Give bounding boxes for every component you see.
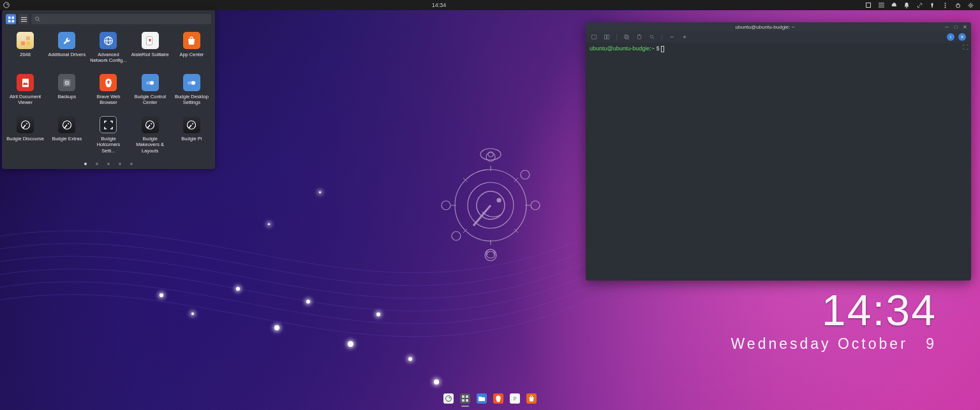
svg-line-84 [653, 38, 654, 39]
grid-view-button[interactable] [6, 14, 16, 24]
app-label: AisleRiot Solitaire [131, 52, 169, 57]
svg-line-8 [463, 229, 467, 233]
pager-dot-5[interactable] [130, 163, 133, 165]
clock-time: 14:34 [731, 288, 937, 332]
power-icon[interactable] [954, 2, 961, 8]
pager-dot-2[interactable] [96, 163, 98, 165]
app-budgie-pi[interactable]: Budgie Pi [171, 115, 212, 157]
app-budgie-makeovers-layouts[interactable]: Budgie Makeovers & Layouts [130, 115, 171, 157]
app-2048[interactable]: 2048 [4, 31, 46, 73]
app-budgie-desktop-settings[interactable]: Budgie Desktop Settings [171, 73, 212, 115]
pager-dot-4[interactable] [119, 163, 121, 165]
app-search[interactable] [31, 14, 211, 24]
2048-icon [17, 32, 34, 49]
svg-point-67 [191, 81, 195, 85]
cloud-icon[interactable] [891, 2, 897, 8]
app-menu: 2048Additional DriversAdvanced Network C… [2, 10, 215, 169]
close-icon[interactable] [958, 33, 966, 41]
list-view-button[interactable] [19, 14, 29, 24]
terminal-window: ubuntu@ubuntu-budgie: ~ ─ □ ✕ ⛶ ubuntu@u… [586, 22, 971, 281]
terminal-titlebar[interactable]: ubuntu@ubuntu-budgie: ~ ─ □ ✕ [586, 22, 971, 31]
app-label: Atril Document Viewer [6, 94, 45, 106]
search-icon[interactable] [649, 34, 655, 40]
svg-point-27 [906, 7, 907, 8]
close-button[interactable]: ✕ [962, 24, 967, 29]
app-budgie-control-center[interactable]: Budgie Control Center [130, 73, 171, 115]
svg-point-73 [151, 123, 152, 124]
dock-file-manager[interactable] [476, 393, 487, 404]
budgie-emblem [436, 142, 545, 263]
minimize-button[interactable]: ─ [944, 24, 949, 29]
svg-rect-52 [26, 36, 30, 40]
app-advanced-network-config[interactable]: Advanced Network Config... [87, 31, 129, 73]
svg-point-20 [497, 198, 501, 202]
bell-icon[interactable] [903, 2, 910, 8]
zoom-out-icon[interactable] [669, 34, 675, 40]
files-icon [460, 393, 470, 404]
app-label: Budgie Discourse [6, 136, 44, 142]
svg-line-40 [969, 6, 969, 7]
app-brave-web-browser[interactable]: Brave Web Browser [87, 73, 129, 115]
clock-day: 9 [926, 335, 937, 353]
budgie-menu-icon[interactable] [3, 2, 10, 8]
wrench-icon [58, 32, 75, 49]
copy-icon[interactable] [623, 34, 630, 40]
app-aisleriot-solitaire[interactable]: AisleRiot Solitaire [130, 31, 171, 73]
dock-files[interactable] [459, 393, 471, 404]
app-budgie-hotcorners-setti[interactable]: Budgie Hotcorners Setti... [87, 115, 129, 157]
file-manager-icon [477, 393, 487, 404]
svg-rect-51 [21, 36, 25, 40]
svg-point-65 [150, 81, 154, 85]
pager-dot-3[interactable] [107, 163, 110, 165]
dots-icon[interactable] [942, 2, 948, 8]
dock-brave[interactable] [493, 393, 504, 404]
svg-rect-60 [22, 78, 29, 87]
budgie-icon [17, 116, 34, 133]
brave-icon [100, 74, 117, 91]
app-atril-document-viewer[interactable]: Atril Document Viewer [4, 73, 46, 115]
dock-text-editor[interactable] [509, 393, 521, 404]
zoom-in-icon[interactable] [681, 34, 688, 40]
dock-menu[interactable] [443, 393, 454, 404]
app-search-input[interactable] [43, 17, 207, 22]
app-additional-drivers[interactable]: Additional Drivers [46, 31, 87, 73]
app-budgie-discourse[interactable]: Budgie Discourse [4, 115, 46, 157]
svg-point-83 [650, 35, 653, 38]
panel-clock[interactable]: 14:34 [13, 2, 865, 8]
terminal-toolbar [586, 31, 971, 43]
text-editor-icon [510, 393, 520, 404]
svg-rect-96 [466, 399, 468, 402]
prompt-user: ubuntu [590, 45, 607, 52]
app-label: Backups [57, 94, 76, 99]
app-label: 2048 [20, 52, 31, 57]
svg-point-29 [944, 4, 946, 6]
pager-dot-1[interactable] [84, 163, 87, 165]
svg-point-15 [452, 231, 461, 240]
split-icon[interactable] [604, 34, 610, 40]
app-budgie-extras[interactable]: Budgie Extras [46, 115, 87, 157]
square-icon[interactable] [865, 2, 872, 8]
svg-point-71 [68, 123, 69, 124]
maximize-button[interactable]: □ [953, 24, 958, 29]
app-label: Budgie Hotcorners Setti... [89, 136, 128, 154]
terminal-body[interactable]: ⛶ ubuntu@ubuntu-budgie:~ $ [586, 43, 971, 281]
menu-icon[interactable] [878, 2, 884, 8]
svg-rect-94 [466, 395, 468, 398]
bag-icon [183, 32, 200, 49]
cards-icon [142, 32, 159, 49]
clock-weekday: Wednesday [731, 335, 831, 352]
svg-rect-77 [604, 35, 606, 39]
left-icon[interactable] [947, 33, 954, 41]
new-tab-icon[interactable] [591, 34, 597, 40]
pin-icon[interactable] [929, 2, 935, 8]
network-icon [100, 32, 117, 49]
gear-icon[interactable] [967, 2, 974, 8]
app-app-center[interactable]: App Center [171, 31, 212, 73]
paste-icon[interactable] [636, 34, 642, 40]
terminal-cursor [661, 46, 664, 52]
fullscreen-icon[interactable]: ⛶ [963, 44, 969, 50]
app-backups[interactable]: Backups [46, 73, 87, 115]
dock-software[interactable] [526, 393, 537, 404]
budgie-icon [58, 116, 75, 133]
link-icon[interactable] [916, 2, 923, 8]
